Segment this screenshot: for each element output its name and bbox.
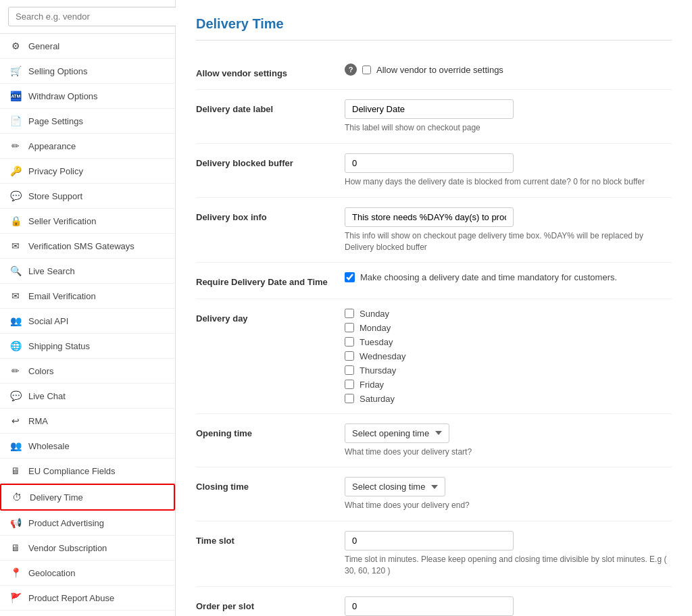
sidebar-item-label: Verification SMS Gateways <box>28 241 134 251</box>
colors-icon: ✏ <box>9 365 22 377</box>
allow-vendor-row: Allow vendor settings ? Allow vendor to … <box>196 54 672 90</box>
sidebar-item-delivery-time[interactable]: ⏱ Delivery Time <box>0 484 175 511</box>
store-support-icon: 💬 <box>9 190 22 202</box>
delivery-date-description: This label will show on checkout page <box>345 122 672 134</box>
shipping-status-icon: 🌐 <box>9 340 22 352</box>
time-slot-label: Time slot <box>196 531 345 547</box>
closing-time-select[interactable]: Select closing time <box>345 477 445 496</box>
require-delivery-label: Require Delivery Date and Time <box>196 272 345 288</box>
delivery-date-input[interactable] <box>345 99 514 119</box>
allow-vendor-checkbox[interactable] <box>362 66 371 74</box>
day-checkbox-friday[interactable] <box>345 380 354 389</box>
allow-vendor-label: Allow vendor settings <box>196 63 345 80</box>
sidebar-item-label: Product Report Abuse <box>28 593 114 603</box>
time-slot-input[interactable] <box>345 531 514 550</box>
sidebar-item-label: Colors <box>28 366 54 376</box>
appearance-icon: ✏ <box>9 140 22 152</box>
day-item-thursday: Thursday <box>345 365 672 376</box>
day-label-friday: Friday <box>360 380 384 390</box>
help-icon: ? <box>345 63 357 76</box>
live-chat-icon: 💬 <box>9 390 22 402</box>
sidebar-item-label: Product Advertising <box>28 518 104 528</box>
sidebar-search-input[interactable] <box>8 7 177 26</box>
sidebar-item-selling-options[interactable]: 🛒 Selling Options <box>0 59 175 84</box>
opening-time-row: Opening time Select opening time What ti… <box>196 414 672 468</box>
sidebar-item-privacy-policy[interactable]: 🔑 Privacy Policy <box>0 159 175 184</box>
sidebar-item-label: Withdraw Options <box>28 91 98 101</box>
social-api-icon: 👥 <box>9 315 22 327</box>
day-label-sunday: Sunday <box>360 309 389 319</box>
sidebar-item-social-api[interactable]: 👥 Social API <box>0 309 175 334</box>
day-label-thursday: Thursday <box>360 365 396 376</box>
order-per-slot-row: Order per slot How many orders you can p… <box>196 587 672 616</box>
sidebar-item-email-verification[interactable]: ✉ Email Verification <box>0 284 175 309</box>
closing-time-description: What time does your delivery end? <box>345 500 672 511</box>
delivery-box-input[interactable] <box>345 207 514 227</box>
delivery-date-label-row: Delivery date label This label will show… <box>196 90 672 144</box>
day-checkbox-monday[interactable] <box>345 323 354 332</box>
allow-vendor-checkbox-label: Allow vendor to override settings <box>376 65 503 75</box>
day-checkbox-saturday[interactable] <box>345 394 354 403</box>
order-per-slot-input[interactable] <box>345 596 514 616</box>
sidebar-item-label: EU Compliance Fields <box>28 466 116 476</box>
sidebar-item-label: Live Chat <box>28 391 66 401</box>
sidebar-item-eu-compliance[interactable]: 🖥 EU Compliance Fields <box>0 459 175 484</box>
sidebar-item-general[interactable]: ⚙ General <box>0 34 175 59</box>
days-list: Sunday Monday Tuesday Wednesday Thursday… <box>345 309 672 404</box>
delivery-day-content: Sunday Monday Tuesday Wednesday Thursday… <box>345 309 672 404</box>
seller-verification-icon: 🔒 <box>9 215 22 227</box>
day-checkbox-wednesday[interactable] <box>345 351 354 361</box>
sidebar-item-product-report-abuse[interactable]: 🚩 Product Report Abuse <box>0 586 175 611</box>
sidebar-item-label: Email Verification <box>28 291 96 301</box>
day-item-friday: Friday <box>345 380 672 390</box>
sidebar-item-store-support[interactable]: 💬 Store Support <box>0 184 175 209</box>
vendor-subscription-icon: 🖥 <box>9 542 22 554</box>
sidebar-item-wholesale[interactable]: 👥 Wholesale <box>0 434 175 459</box>
time-slot-description: Time slot in minutes. Please keep openin… <box>345 554 672 577</box>
require-delivery-checkbox[interactable] <box>345 272 355 282</box>
sidebar-item-geolocation[interactable]: 📍 Geolocation <box>0 561 175 586</box>
day-item-sunday: Sunday <box>345 309 672 319</box>
delivery-date-label: Delivery date label <box>196 99 345 116</box>
page-title: Delivery Time <box>196 16 672 41</box>
sidebar-item-rma[interactable]: ↩ RMA <box>0 409 175 434</box>
sidebar-item-withdraw-options[interactable]: 🏧 Withdraw Options <box>0 84 175 109</box>
require-delivery-content: Make choosing a delivery date and time m… <box>345 272 672 282</box>
require-delivery-checkbox-label: Make choosing a delivery date and time m… <box>360 272 617 282</box>
day-label-saturday: Saturday <box>360 394 395 404</box>
sidebar-item-shipping-status[interactable]: 🌐 Shipping Status <box>0 334 175 359</box>
eu-compliance-icon: 🖥 <box>9 465 22 477</box>
day-checkbox-tuesday[interactable] <box>345 337 354 346</box>
sidebar-item-product-advertising[interactable]: 📢 Product Advertising <box>0 511 175 536</box>
day-label-tuesday: Tuesday <box>360 337 393 347</box>
delivery-blocked-input[interactable] <box>345 153 514 173</box>
sidebar-item-appearance[interactable]: ✏ Appearance <box>0 134 175 159</box>
product-advertising-icon: 📢 <box>9 517 22 529</box>
page-settings-icon: 📄 <box>9 115 22 127</box>
sidebar-item-label: Social API <box>28 316 68 326</box>
sidebar-item-single-product-multivendor[interactable]: 👥 Single Product MultiVendor <box>0 611 175 616</box>
sidebar-item-verification-sms[interactable]: ✉ Verification SMS Gateways <box>0 234 175 259</box>
sidebar-item-label: Geolocation <box>28 568 75 578</box>
sidebar-item-page-settings[interactable]: 📄 Page Settings <box>0 109 175 134</box>
require-delivery-row: Require Delivery Date and Time Make choo… <box>196 263 672 299</box>
closing-time-row: Closing time Select closing time What ti… <box>196 467 672 521</box>
delivery-blocked-content: How many days the delivery date is block… <box>345 153 672 188</box>
closing-time-label: Closing time <box>196 477 345 493</box>
day-checkbox-thursday[interactable] <box>345 365 354 375</box>
sidebar-item-label: RMA <box>28 416 48 426</box>
sidebar-item-live-search[interactable]: 🔍 Live Search <box>0 259 175 284</box>
opening-time-select[interactable]: Select opening time <box>345 424 449 443</box>
sidebar-item-colors[interactable]: ✏ Colors <box>0 359 175 384</box>
withdraw-options-icon: 🏧 <box>9 90 22 102</box>
opening-time-content: Select opening time What time does your … <box>345 424 672 458</box>
sidebar-item-seller-verification[interactable]: 🔒 Seller Verification <box>0 209 175 234</box>
sidebar-item-vendor-subscription[interactable]: 🖥 Vendor Subscription <box>0 536 175 561</box>
time-slot-row: Time slot Time slot in minutes. Please k… <box>196 521 672 587</box>
delivery-day-label: Delivery day <box>196 309 345 325</box>
sidebar-item-live-chat[interactable]: 💬 Live Chat <box>0 384 175 409</box>
main-content: Delivery Time Allow vendor settings ? Al… <box>176 0 692 616</box>
sidebar: ⚙ General 🛒 Selling Options 🏧 Withdraw O… <box>0 0 176 616</box>
day-item-monday: Monday <box>345 323 672 333</box>
day-checkbox-sunday[interactable] <box>345 309 354 318</box>
